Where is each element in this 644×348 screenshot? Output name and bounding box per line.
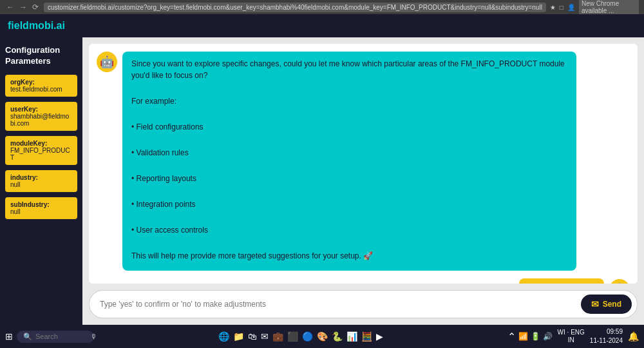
orgkey-value: test.fieldmobi.com xyxy=(10,86,72,93)
taskbar-icon-store[interactable]: 🛍 xyxy=(248,331,257,342)
taskbar-center: 🌐 📁 🛍 ✉ 💼 ⬛ 🔵 🎨 🐍 📊 🧮 ▶ xyxy=(99,331,502,342)
battery-icon[interactable]: 🔋 xyxy=(531,332,540,341)
windows-button[interactable]: ⊞ xyxy=(5,331,13,342)
bot-msg1-item3: • Reporting layouts xyxy=(131,173,567,184)
bot-msg1-item5: • User access controls xyxy=(131,224,567,236)
taskbar-right: ⌃ 📶 🔋 🔊 WI · ENG IN 09:59 11-11-2024 🔔 xyxy=(507,327,639,345)
taskbar-icon-teams[interactable]: 💼 xyxy=(272,331,283,342)
new-chrome-badge: New Chrome available ... xyxy=(579,0,639,15)
userkey-value: shambhabi@fieldmobi.com xyxy=(10,113,72,127)
time-display: 09:59 xyxy=(590,327,623,336)
user-avatar-1: 🤖 xyxy=(609,279,630,284)
subindustry-label: subIndustry: xyxy=(10,201,72,208)
taskbar-icon-excel[interactable]: 📊 xyxy=(346,331,357,342)
reload-button[interactable]: ⟳ xyxy=(31,3,40,12)
lang-region: IN xyxy=(558,336,585,344)
notifications-bell[interactable]: 🔔 xyxy=(628,331,639,342)
taskbar-icon-chrome[interactable]: 🔵 xyxy=(302,331,313,342)
taskbar-icon-apps[interactable]: ⬛ xyxy=(287,331,298,342)
chat-area: 🤖 Since you want to explore specific cha… xyxy=(82,37,644,325)
taskbar-icon-figma[interactable]: 🎨 xyxy=(317,331,328,342)
back-button[interactable]: ← xyxy=(5,3,15,12)
config-card-modulekey[interactable]: moduleKey: FM_INFO_PRODUCT xyxy=(5,136,77,165)
taskbar-icon-mail[interactable]: ✉ xyxy=(261,331,269,342)
bot-bubble-1: Since you want to explore specific chang… xyxy=(122,52,576,271)
send-label: Send xyxy=(603,300,621,309)
taskbar-left: ⊞ 🔍 🎙 xyxy=(5,331,94,343)
input-area: ✉ Send xyxy=(89,290,638,318)
config-card-userkey[interactable]: userKey: shambhabi@fieldmobi.com xyxy=(5,102,77,131)
taskbar-icon-python[interactable]: 🐍 xyxy=(332,331,343,342)
bot-msg1-footer: This will help me provide more targeted … xyxy=(131,250,567,262)
wifi-icon[interactable]: 📶 xyxy=(518,332,528,341)
config-card-industry[interactable]: industry: null xyxy=(5,170,77,192)
bot-msg1-item4: • Integration points xyxy=(131,198,567,210)
sidebar: Configuration Parameters orgKey: test.fi… xyxy=(0,37,82,325)
bot-avatar-1: 🤖 xyxy=(97,52,117,72)
taskbar-language: WI · ENG IN xyxy=(558,329,585,344)
notification-icon[interactable]: ⌃ xyxy=(507,331,516,343)
industry-label: industry: xyxy=(10,174,72,181)
main-layout: Configuration Parameters orgKey: test.fi… xyxy=(0,37,644,325)
user-bubble-1: field configurations xyxy=(519,278,604,284)
taskbar-search-input[interactable] xyxy=(35,333,87,340)
app-logo: fieldmobi.ai xyxy=(8,20,65,32)
modulekey-value: FM_INFO_PRODUCT xyxy=(10,147,72,161)
config-card-orgkey[interactable]: orgKey: test.fieldmobi.com xyxy=(5,75,77,97)
modulekey-label: moduleKey: xyxy=(10,140,72,147)
user-message-1: field configurations 🤖 xyxy=(97,278,630,284)
subindustry-value: null xyxy=(10,208,72,215)
bot-msg1-item1: • Field configurations xyxy=(131,121,567,133)
send-icon: ✉ xyxy=(591,299,599,309)
browser-bar: ← → ⟳ customizer.fieldmobi.ai/customize?… xyxy=(0,0,644,14)
sidebar-title: Configuration Parameters xyxy=(5,45,77,67)
send-button[interactable]: ✉ Send xyxy=(581,295,632,314)
cortana-icon: 🎙 xyxy=(90,333,97,340)
userkey-label: userKey: xyxy=(10,106,72,113)
nav-buttons: ← → ⟳ xyxy=(5,3,40,12)
taskbar-time: 09:59 11-11-2024 xyxy=(590,327,623,345)
orgkey-label: orgKey: xyxy=(10,79,72,86)
bot-message-1: 🤖 Since you want to explore specific cha… xyxy=(97,52,576,271)
bot-msg1-item2: • Validation rules xyxy=(131,147,567,159)
lang-primary: WI · ENG xyxy=(558,329,585,336)
taskbar-icon-edge[interactable]: 🌐 xyxy=(218,331,229,342)
address-bar[interactable]: customizer.fieldmobi.ai/customize?org_ke… xyxy=(44,3,546,12)
taskbar-icon-explorer[interactable]: 📁 xyxy=(233,331,244,342)
bot-msg1-line1: Since you want to explore specific chang… xyxy=(131,58,567,81)
messages-container: 🤖 Since you want to explore specific cha… xyxy=(89,44,638,284)
forward-button[interactable]: → xyxy=(18,3,28,12)
browser-right: ★ □ 👤 New Chrome available ... xyxy=(550,0,639,15)
volume-icon[interactable]: 🔊 xyxy=(543,332,553,341)
app-header: fieldmobi.ai xyxy=(0,14,644,37)
taskbar-icon-play[interactable]: ▶ xyxy=(376,331,383,342)
taskbar-search-icon: 🔍 xyxy=(23,333,32,341)
bot-msg1-example: For example: xyxy=(131,95,567,107)
url-text: customizer.fieldmobi.ai/customize?org_ke… xyxy=(48,4,542,11)
date-display: 11-11-2024 xyxy=(590,336,623,345)
taskbar: ⊞ 🔍 🎙 🌐 📁 🛍 ✉ 💼 ⬛ 🔵 🎨 🐍 📊 🧮 ▶ ⌃ 📶 🔋 🔊 WI… xyxy=(0,325,644,348)
taskbar-icon-calc[interactable]: 🧮 xyxy=(361,331,372,342)
chat-input[interactable] xyxy=(100,300,576,309)
taskbar-search[interactable]: 🔍 🎙 xyxy=(17,331,94,343)
config-card-subindustry[interactable]: subIndustry: null xyxy=(5,197,77,219)
taskbar-sys-icons: ⌃ 📶 🔋 🔊 xyxy=(507,331,553,343)
industry-value: null xyxy=(10,181,72,188)
